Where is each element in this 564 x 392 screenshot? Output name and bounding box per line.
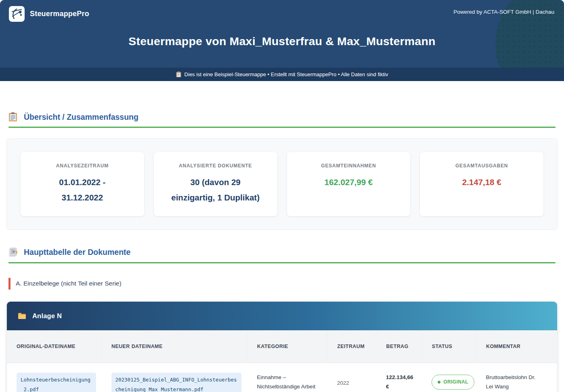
cell-kategorie: Einnahme – Nichtselbständige Arbeit	[247, 363, 327, 392]
app-logo-icon	[9, 6, 25, 22]
demo-banner: Dies ist eine Beispiel-Steuermappe • Ers…	[0, 68, 564, 81]
col-original-dateiname: ORIGINAL-DATEINAME	[7, 330, 102, 363]
cell-kommentar: Bruttoarbeitslohn Dr. Lei Wang	[476, 363, 558, 392]
cell-status: ORIGINAL	[422, 363, 476, 392]
section-title-maintable: Haupttabelle der Dokumente	[24, 248, 130, 257]
stat-label: ANALYSEZEITRAUM	[28, 163, 137, 169]
stat-value: 30 (davon 29 einzigartig, 1 Duplikat)	[165, 175, 266, 205]
subsection-title: A. Einzelbelege (nicht Teil einer Serie)	[16, 280, 122, 287]
cell-zeitraum: 2022	[327, 363, 376, 392]
amount-value: 122.134,66 €	[386, 374, 413, 390]
stat-label: GESAMTAUSGABEN	[427, 163, 536, 169]
col-status: STATUS	[422, 330, 476, 363]
table-row: Lohnsteuerbescheinigung_2.pdf 20230125_B…	[7, 363, 557, 392]
table-header-row: ORIGINAL-DATEINAME NEUER DATEINAME KATEG…	[7, 330, 557, 363]
page-title: Steuermappe von Maxi_Musterfrau & Max_Mu…	[0, 35, 564, 48]
main-content: Übersicht / Zusammenfassung ANALYSEZEITR…	[0, 81, 564, 392]
documents-table: ORIGINAL-DATEINAME NEUER DATEINAME KATEG…	[7, 330, 557, 392]
watermark-text: BEISPIEL	[174, 0, 486, 1]
page-header: BEISPIEL SteuermappePro Powered by ACTA-…	[0, 0, 564, 68]
status-badge: ORIGINAL	[432, 375, 474, 390]
green-divider	[8, 262, 556, 263]
stat-card-gesamtausgaben: GESAMTAUSGABEN 2.147,18 €	[420, 152, 543, 216]
clipboard-icon	[176, 71, 181, 77]
status-badge-label: ORIGINAL	[443, 378, 468, 386]
stat-value-expense: 2.147,18 €	[431, 175, 533, 190]
folder-icon	[18, 313, 26, 319]
col-kategorie: KATEGORIE	[247, 330, 327, 363]
col-zeitraum: ZEITRAUM	[327, 330, 376, 363]
section-overview-heading: Übersicht / Zusammenfassung	[8, 81, 556, 122]
cell-original-dateiname: Lohnsteuerbescheinigung_2.pdf	[7, 363, 102, 392]
brand: SteuermappePro	[9, 6, 89, 22]
stat-card-analysezeitraum: ANALYSEZEITRAUM 01.01.2022 - 31.12.2022	[21, 152, 144, 216]
col-kommentar: KOMMENTAR	[476, 330, 558, 363]
col-betrag: BETRAG	[376, 330, 422, 363]
filename-chip: 20230125_Beispiel_ABG_INFO_Lohnsteuerbes…	[111, 373, 242, 392]
anlage-n-table-card: Anlage N ORIGINAL-DATEINAME NEUER DATEIN…	[6, 301, 558, 392]
stat-card-gesamteinnahmen: GESAMTEINNAHMEN 162.027,99 €	[287, 152, 411, 216]
logo-glyph	[11, 8, 22, 19]
demo-banner-text: Dies ist eine Beispiel-Steuermappe • Ers…	[185, 71, 388, 77]
green-divider	[8, 127, 556, 128]
filename-chip: Lohnsteuerbescheinigung_2.pdf	[17, 373, 96, 392]
documents-icon	[8, 248, 17, 257]
clipboard-icon	[8, 112, 17, 122]
brand-name: SteuermappePro	[30, 10, 89, 18]
table-group-title: Anlage N	[32, 312, 62, 320]
stat-label: ANALYSIERTE DOKUMENTE	[161, 163, 270, 169]
table-group-header: Anlage N	[7, 302, 557, 330]
red-accent-bar	[8, 278, 10, 290]
stat-value: 01.01.2022 - 31.12.2022	[31, 175, 133, 205]
cell-neuer-dateiname: 20230125_Beispiel_ABG_INFO_Lohnsteuerbes…	[102, 363, 247, 392]
section-title-overview: Übersicht / Zusammenfassung	[24, 113, 138, 122]
section-maintable-heading: Haupttabelle der Dokumente	[8, 230, 556, 257]
cell-betrag: 122.134,66 €	[376, 363, 422, 392]
col-neuer-dateiname: NEUER DATEINAME	[102, 330, 247, 363]
subsection-einzelbelege: A. Einzelbelege (nicht Teil einer Serie)	[8, 278, 556, 290]
status-dot-icon	[438, 381, 440, 384]
stat-value-income: 162.027,99 €	[298, 175, 399, 190]
powered-by-label: Powered by ACTA-SOFT GmbH | Dachau	[453, 9, 554, 15]
stat-label: GESAMTEINNAHMEN	[294, 163, 403, 169]
summary-stats-panel: ANALYSEZEITRAUM 01.01.2022 - 31.12.2022 …	[6, 138, 558, 230]
stat-card-analysierte-dokumente: ANALYSIERTE DOKUMENTE 30 (davon 29 einzi…	[154, 152, 277, 216]
